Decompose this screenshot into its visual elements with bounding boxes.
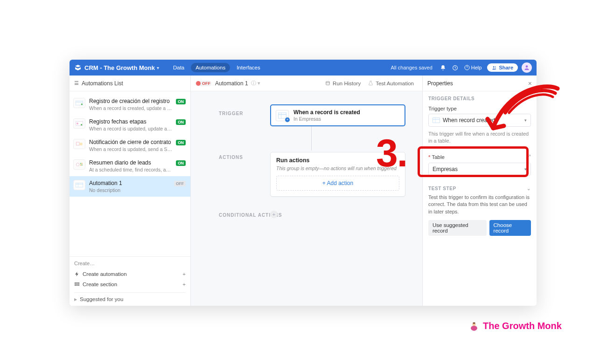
create-heading: Create… — [74, 261, 186, 266]
automation-item[interactable]: Registro fechas etapasWhen a record is u… — [70, 115, 190, 135]
svg-point-34 — [473, 322, 475, 323]
list-icon: ☰ — [74, 80, 79, 86]
run-history-button[interactable]: Run History — [321, 79, 364, 88]
svg-point-7 — [81, 103, 83, 105]
add-conditional-button[interactable]: + — [270, 211, 278, 218]
chevron-down-icon[interactable]: ⌄ — [527, 186, 531, 191]
svg-rect-21 — [75, 283, 79, 284]
automation-toggle[interactable]: OFF — [195, 81, 211, 86]
use-suggested-button[interactable]: Use suggested record — [428, 220, 487, 236]
tab-automations[interactable]: Automations — [191, 63, 230, 72]
svg-point-32 — [471, 325, 477, 330]
canvas-automation-name[interactable]: Automation 1 — [215, 80, 248, 87]
table-label: Table — [428, 154, 445, 160]
chevron-down-icon[interactable]: ▾ — [157, 65, 159, 70]
plus-icon: + — [182, 282, 186, 287]
tab-interfaces[interactable]: Interfaces — [232, 63, 265, 72]
svg-rect-15 — [82, 163, 83, 164]
automation-icon — [73, 139, 85, 149]
automation-icon — [73, 98, 85, 108]
svg-rect-22 — [75, 285, 79, 286]
properties-title: Properties — [427, 80, 453, 87]
svg-point-3 — [495, 66, 496, 67]
status-badge: ON — [176, 99, 186, 104]
actions-section-label: ACTIONS — [219, 155, 243, 160]
svg-rect-29 — [433, 118, 440, 123]
tab-data[interactable]: Data — [168, 63, 189, 72]
svg-rect-11 — [76, 142, 79, 145]
history-icon[interactable] — [450, 62, 460, 73]
help-link[interactable]: Help — [464, 65, 482, 70]
test-automation-button[interactable]: Test Automation — [364, 79, 418, 88]
sidebar-header[interactable]: ☰ Automations List — [70, 76, 190, 91]
svg-rect-23 — [326, 82, 329, 85]
svg-rect-17 — [82, 165, 83, 165]
automation-icon — [73, 159, 85, 170]
trigger-section-label: TRIGGER — [219, 111, 244, 116]
automation-icon — [73, 180, 85, 190]
automation-name: Registro fechas etapas — [89, 118, 172, 125]
svg-rect-16 — [80, 165, 81, 165]
bell-icon[interactable] — [438, 62, 448, 73]
trigger-subtitle: In Empresas — [293, 116, 360, 122]
status-badge: ON — [176, 119, 186, 125]
add-action-button[interactable]: Add action — [276, 176, 399, 191]
automation-item[interactable]: Notificación de cierre de contratoWhen a… — [70, 135, 190, 156]
automation-name: Notificación de cierre de contrato — [89, 139, 172, 145]
create-section-button[interactable]: Create section + — [74, 279, 186, 289]
grid-icon — [433, 117, 440, 123]
svg-point-10 — [81, 124, 82, 125]
status-badge: ON — [176, 140, 186, 145]
save-status: All changes saved — [391, 65, 433, 70]
automation-name: Automation 1 — [89, 180, 170, 186]
trigger-type-label: Trigger type — [428, 106, 531, 111]
automations-sidebar: ☰ Automations List Registro de creación … — [70, 76, 191, 306]
status-badge: OFF — [174, 181, 186, 186]
suggested-for-you[interactable]: ▶ Suggested for you — [74, 292, 186, 306]
base-title[interactable]: CRM - The Growth Monk — [84, 64, 155, 71]
app-header: CRM - The Growth Monk ▾ Data Automations… — [70, 60, 537, 76]
automation-name: Registro de creación del registro — [89, 98, 172, 104]
automation-desc: When a record is updated, send a Slack m… — [89, 146, 172, 152]
svg-rect-12 — [80, 143, 83, 145]
expand-icon[interactable] — [526, 154, 531, 159]
automation-item[interactable]: Resumen diario de leadsAt a scheduled ti… — [70, 156, 190, 176]
airtable-logo-icon — [74, 64, 82, 71]
brand-footer: The Growth Monk — [469, 321, 562, 331]
automation-item-selected[interactable]: Automation 1No description OFF — [70, 176, 190, 197]
svg-point-4 — [526, 65, 528, 68]
trigger-type-select[interactable]: When record created ▾ — [428, 114, 531, 127]
create-automation-button[interactable]: Create automation + — [74, 269, 186, 279]
trigger-hint: This trigger will fire when a record is … — [428, 130, 531, 145]
automation-canvas: OFF Automation 1 ⓘ ▾ Run History Test Au… — [191, 76, 422, 306]
sidebar-bottom: Create… Create automation + Create secti… — [70, 256, 190, 306]
automation-desc: No description — [89, 187, 170, 193]
test-step-section: TEST STEP ⌄ Test this trigger to confirm… — [428, 186, 531, 236]
automation-name: Resumen diario de leads — [89, 159, 172, 166]
plus-icon: + — [182, 271, 186, 277]
info-icon[interactable]: ⓘ ▾ — [251, 80, 260, 87]
test-step-heading: TEST STEP — [428, 186, 456, 191]
user-avatar[interactable] — [522, 62, 532, 73]
status-badge: ON — [176, 160, 186, 166]
trigger-details-heading: TRIGGER DETAILS — [428, 96, 531, 101]
grid-plus-icon — [276, 110, 289, 121]
monk-icon — [469, 321, 479, 331]
share-button[interactable]: Share — [487, 63, 518, 72]
canvas-header: OFF Automation 1 ⓘ ▾ Run History Test Au… — [191, 76, 422, 91]
trigger-card[interactable]: When a record is created In Empresas — [270, 104, 405, 126]
table-select[interactable]: Empresas ▾ — [428, 163, 531, 176]
automation-desc: When a record is created, update a recor… — [89, 105, 172, 111]
svg-point-9 — [77, 123, 78, 124]
app-window: CRM - The Growth Monk ▾ Data Automations… — [70, 60, 537, 306]
caret-down-icon: ▾ — [524, 118, 527, 123]
caret-right-icon: ▶ — [74, 297, 77, 302]
automation-desc: At a scheduled time, find records, and 1… — [89, 167, 172, 172]
table-config: Table Empresas ▾ — [428, 151, 531, 180]
choose-record-button[interactable]: Choose record — [489, 220, 531, 236]
svg-rect-14 — [80, 163, 81, 164]
close-icon[interactable]: × — [528, 80, 532, 87]
automation-item[interactable]: Registro de creación del registroWhen a … — [70, 94, 190, 115]
test-step-desc: Test this trigger to confirm its configu… — [428, 194, 531, 215]
svg-rect-26 — [279, 113, 286, 118]
